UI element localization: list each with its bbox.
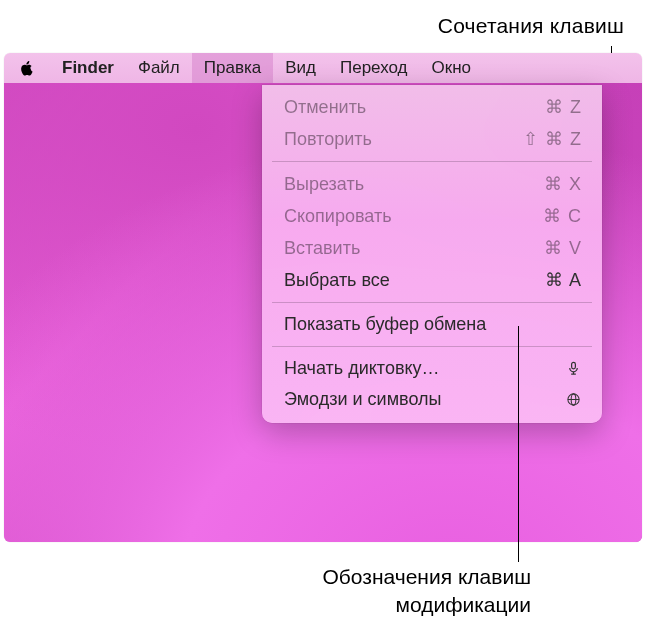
svg-rect-0 [571, 362, 575, 369]
menubar-item-go[interactable]: Переход [328, 53, 420, 83]
menu-item-paste[interactable]: Вставить ⌘ V [262, 232, 602, 264]
menu-item-start-dictation[interactable]: Начать диктовку… [262, 353, 602, 384]
menu-item-label: Повторить [284, 129, 372, 150]
globe-icon [564, 391, 582, 409]
menu-item-shortcut: ⇧ ⌘ Z [523, 128, 582, 150]
edit-menu-dropdown: Отменить ⌘ Z Повторить ⇧ ⌘ Z Вырезать ⌘ … [262, 85, 602, 423]
menubar-item-file[interactable]: Файл [126, 53, 192, 83]
apple-menu-icon[interactable] [18, 59, 36, 77]
callout-modifier-symbols: Обозначения клавиш модификации [323, 563, 532, 620]
menu-item-redo[interactable]: Повторить ⇧ ⌘ Z [262, 123, 602, 155]
menubar-item-view[interactable]: Вид [273, 53, 328, 83]
screenshot-frame: Finder Файл Правка Вид Переход Окно Отме… [4, 53, 642, 542]
menu-item-label: Эмодзи и символы [284, 389, 441, 410]
menu-item-shortcut: ⌘ C [543, 205, 582, 227]
menubar: Finder Файл Правка Вид Переход Окно [4, 53, 642, 83]
menu-item-select-all[interactable]: Выбрать все ⌘ A [262, 264, 602, 296]
menu-item-label: Отменить [284, 97, 366, 118]
mic-icon [564, 360, 582, 378]
menu-item-cut[interactable]: Вырезать ⌘ X [262, 168, 602, 200]
menu-item-label: Вставить [284, 238, 360, 259]
menu-separator [272, 346, 592, 347]
menu-separator [272, 302, 592, 303]
menubar-app-name[interactable]: Finder [50, 53, 126, 83]
menu-item-label: Начать диктовку… [284, 358, 440, 379]
menubar-item-window[interactable]: Окно [419, 53, 483, 83]
menu-item-shortcut: ⌘ V [544, 237, 582, 259]
menu-item-shortcut: ⌘ A [545, 269, 582, 291]
menu-item-label: Скопировать [284, 206, 392, 227]
menu-separator [272, 161, 592, 162]
menu-item-undo[interactable]: Отменить ⌘ Z [262, 91, 602, 123]
menu-item-emoji-symbols[interactable]: Эмодзи и символы [262, 384, 602, 415]
menu-item-label: Показать буфер обмена [284, 314, 486, 335]
menu-item-copy[interactable]: Скопировать ⌘ C [262, 200, 602, 232]
callout-shortcuts: Сочетания клавиш [438, 14, 624, 38]
menu-item-shortcut: ⌘ Z [545, 96, 582, 118]
menu-item-show-clipboard[interactable]: Показать буфер обмена [262, 309, 602, 340]
menubar-item-edit[interactable]: Правка [192, 53, 273, 83]
menu-item-label: Вырезать [284, 174, 364, 195]
menu-item-shortcut: ⌘ X [544, 173, 582, 195]
callout-line [518, 326, 519, 562]
menu-item-label: Выбрать все [284, 270, 390, 291]
